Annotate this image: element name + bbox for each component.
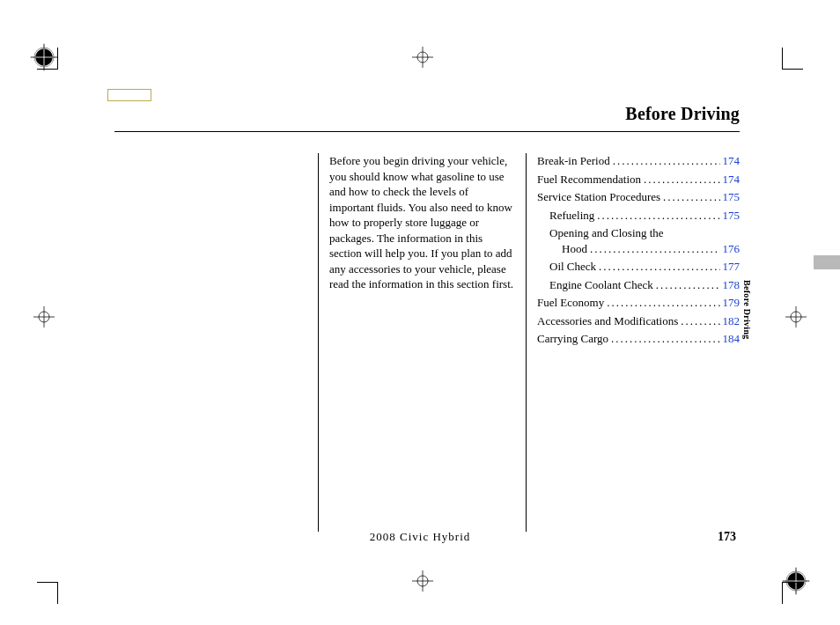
crop-mark [782, 582, 803, 583]
toc-label: Break-in Period [537, 153, 610, 169]
side-tab-label: Before Driving [742, 280, 752, 340]
footer-page-number: 173 [718, 530, 736, 544]
column-1 [114, 153, 319, 532]
toc-leader-dots [599, 259, 719, 275]
registration-mark-icon [770, 290, 822, 343]
toc-label: Opening and Closing the [549, 225, 664, 241]
toc-page-link[interactable]: 176 [723, 241, 741, 257]
toc-entry: Accessories and Modifications182 [537, 313, 740, 332]
toc-entry: Fuel Recommendation174 [537, 172, 740, 190]
toc-entry: Oil Check177 [537, 259, 740, 277]
toc-page-link[interactable]: 175 [723, 189, 741, 205]
registration-mark-icon [770, 555, 822, 607]
toc-label: Carrying Cargo [537, 331, 608, 347]
crop-mark [782, 69, 803, 70]
toc-leader-dots [681, 313, 719, 329]
title-rule [114, 131, 740, 132]
toc-leader-dots [590, 241, 720, 257]
toc-page-link[interactable]: 175 [723, 208, 741, 224]
toc-label: Service Station Procedures [537, 189, 660, 205]
registration-mark-icon [18, 31, 70, 84]
toc-leader-dots [656, 277, 720, 293]
toc-entry: Opening and Closing the [537, 225, 740, 241]
toc-label: Hood [562, 241, 587, 257]
toc-label: Engine Coolant Check [549, 277, 653, 293]
toc-page-link[interactable]: 178 [723, 277, 741, 293]
crop-mark [37, 69, 58, 70]
toc-leader-dots [644, 172, 719, 188]
toc-label: Oil Check [549, 259, 596, 275]
crop-mark [782, 48, 783, 69]
section-title: Before Driving [114, 104, 740, 124]
toc-entry: Engine Coolant Check178 [537, 277, 740, 296]
toc-leader-dots [611, 331, 720, 347]
intro-text: Before you begin driving your vehicle, y… [319, 153, 527, 532]
toc-page-link[interactable]: 174 [723, 172, 741, 188]
toc-page-link[interactable]: 184 [723, 331, 741, 347]
footer-model: 2008 Civic Hybrid [0, 530, 840, 544]
registration-mark-icon [396, 555, 449, 607]
toc-entry: Refueling175 [537, 208, 740, 226]
toc-entry: Hood176 [537, 241, 740, 260]
toc-label: Fuel Recommendation [537, 172, 641, 188]
toc-page-link[interactable]: 179 [723, 295, 741, 311]
toc-page-link[interactable]: 182 [723, 313, 741, 329]
annotation-box [107, 89, 151, 101]
registration-mark-icon [18, 290, 70, 343]
thumb-tab [814, 255, 840, 269]
toc-leader-dots [613, 153, 720, 169]
toc-label: Fuel Economy [537, 295, 604, 311]
table-of-contents: Break-in Period174Fuel Recommendation174… [527, 153, 740, 532]
registration-mark-icon [396, 31, 449, 84]
page-content: Before Driving Before you begin driving … [114, 104, 740, 532]
crop-mark [57, 48, 58, 69]
toc-entry: Fuel Economy179 [537, 295, 740, 313]
toc-label: Accessories and Modifications [537, 313, 678, 329]
toc-page-link[interactable]: 177 [723, 259, 741, 275]
crop-mark [57, 583, 58, 604]
toc-entry: Break-in Period174 [537, 153, 740, 172]
crop-mark [37, 582, 58, 583]
toc-page-link[interactable]: 174 [723, 153, 741, 169]
toc-leader-dots [597, 208, 719, 224]
toc-entry: Service Station Procedures175 [537, 189, 740, 208]
crop-mark [782, 583, 783, 604]
toc-label: Refueling [549, 208, 594, 224]
toc-leader-dots [607, 295, 719, 311]
toc-leader-dots [663, 189, 719, 205]
content-columns: Before you begin driving your vehicle, y… [114, 153, 740, 532]
toc-entry: Carrying Cargo184 [537, 331, 740, 349]
